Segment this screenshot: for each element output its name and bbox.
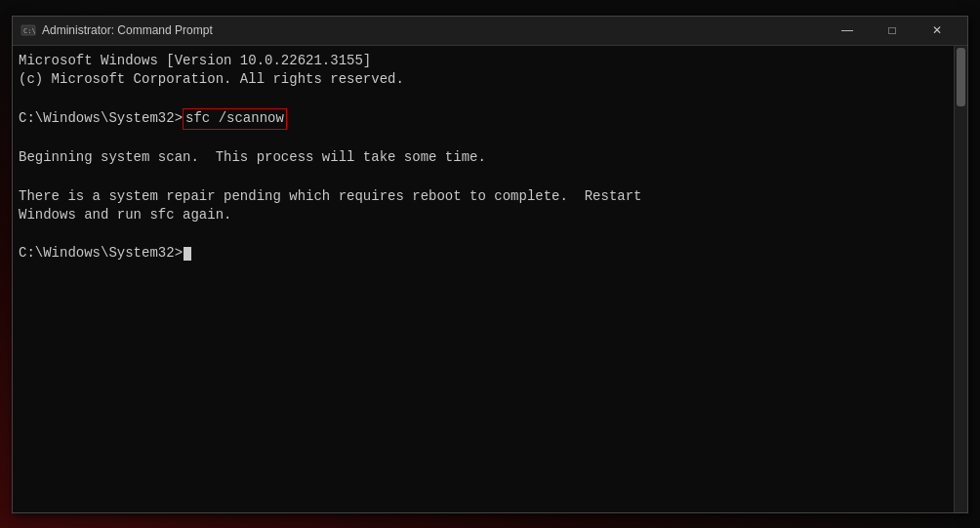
maximize-button[interactable]: □ <box>870 16 915 45</box>
output-line-2: (c) Microsoft Corporation. All rights re… <box>19 70 952 90</box>
command-prompt-window: C:\ Administrator: Command Prompt — □ ✕ … <box>12 16 968 513</box>
output-line-1: Microsoft Windows [Version 10.0.22621.31… <box>19 52 952 71</box>
blank-line-3 <box>19 168 952 187</box>
blank-line-4 <box>19 225 952 245</box>
svg-text:C:\: C:\ <box>23 27 36 35</box>
output-line-3: Beginning system scan. This process will… <box>19 148 952 168</box>
output-line-5: Windows and run sfc again. <box>19 206 952 225</box>
window-controls: — □ ✕ <box>825 16 960 45</box>
blank-line-2 <box>19 130 952 149</box>
window-icon: C:\ <box>20 22 36 38</box>
prompt-2: C:\Windows\System32> <box>19 244 183 264</box>
command-line-2: C:\Windows\System32> <box>19 244 952 264</box>
command-line-1: C:\Windows\System32>sfc /scannow <box>19 108 952 130</box>
prompt-1: C:\Windows\System32> <box>19 109 183 129</box>
terminal-body: Microsoft Windows [Version 10.0.22621.31… <box>13 46 967 512</box>
minimize-button[interactable]: — <box>825 16 870 45</box>
title-bar: C:\ Administrator: Command Prompt — □ ✕ <box>13 17 967 46</box>
close-button[interactable]: ✕ <box>915 16 960 45</box>
cursor <box>184 247 191 261</box>
output-line-4: There is a system repair pending which r… <box>19 187 952 207</box>
blank-line-1 <box>19 90 952 109</box>
command-text: sfc /scannow <box>183 108 287 130</box>
window-title: Administrator: Command Prompt <box>42 23 825 37</box>
